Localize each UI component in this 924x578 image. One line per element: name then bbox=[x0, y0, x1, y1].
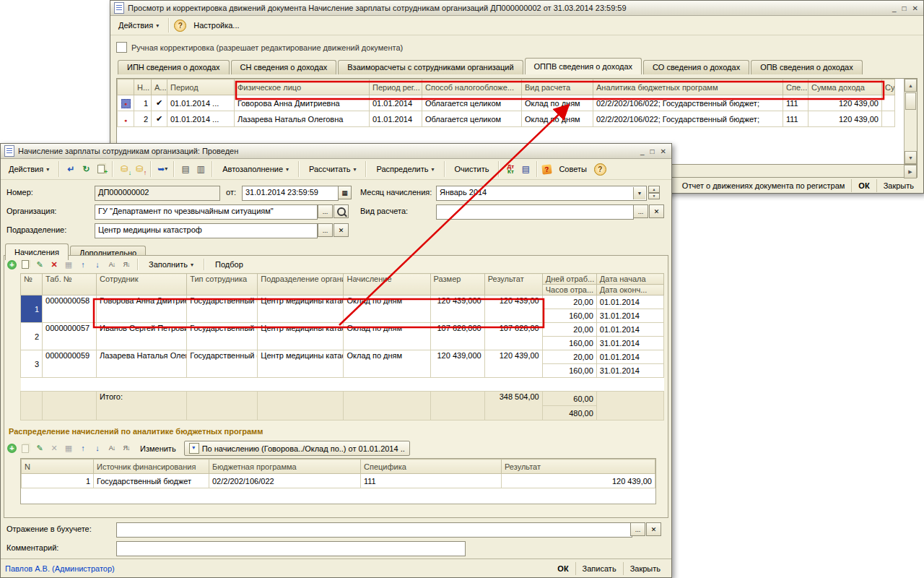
department-field[interactable]: Центр медицины катастроф bbox=[95, 223, 318, 238]
actions-menu[interactable]: Действия▾ bbox=[4, 163, 54, 176]
spin-down-icon[interactable]: ▼ bbox=[648, 193, 660, 200]
distribute-button[interactable]: Распределить▾ bbox=[371, 163, 439, 176]
tab-opv[interactable]: ОПВ сведения о доходах bbox=[751, 60, 863, 74]
save-button[interactable]: Записать bbox=[575, 562, 623, 575]
tab-mutual[interactable]: Взаиморасчеты с сотрудниками организаций bbox=[338, 60, 523, 74]
report-movements-button[interactable]: Отчет о движениях документа по регистрам bbox=[676, 179, 852, 192]
minimize-icon[interactable]: _ bbox=[640, 147, 645, 155]
movements-document-icon bbox=[114, 2, 124, 14]
help-icon[interactable]: ? bbox=[594, 163, 606, 176]
scroll-down-icon[interactable]: ▼ bbox=[905, 151, 917, 164]
spin-up-icon[interactable]: ▲ bbox=[648, 186, 660, 193]
add-row-icon[interactable]: + bbox=[7, 260, 17, 269]
table-row[interactable]: ● 2 ✔ 01.01.2014 ... Лазарева Наталья Ол… bbox=[118, 111, 895, 127]
close-icon[interactable]: ✕ bbox=[912, 4, 918, 12]
sort-asc-icon[interactable]: А↓ bbox=[106, 443, 118, 454]
tab-so[interactable]: СО сведения о доходах bbox=[643, 60, 749, 74]
select-icon[interactable]: ... bbox=[318, 204, 333, 218]
settings-button[interactable]: Настройка... bbox=[188, 19, 244, 32]
distribution-table: N Источник финансирования Бюджетная прог… bbox=[20, 458, 656, 504]
save-grid-icon: ▦ bbox=[63, 443, 74, 454]
comment-field[interactable] bbox=[116, 541, 466, 556]
edit-row-icon[interactable]: ✎ bbox=[34, 259, 45, 270]
help-icon[interactable]: ? bbox=[174, 20, 186, 32]
close-icon[interactable]: ✕ bbox=[661, 147, 666, 155]
movements-titlebar[interactable]: Просмотр и корректировка движений докуме… bbox=[110, 1, 923, 16]
change-button[interactable]: Изменить bbox=[135, 442, 181, 455]
date-field[interactable]: 31.01.2014 23:59:59 bbox=[242, 186, 339, 201]
maximize-icon[interactable]: □ bbox=[902, 4, 907, 12]
clear-button[interactable]: Очистить bbox=[450, 163, 494, 176]
list-settings-icon[interactable]: ▥ bbox=[194, 163, 207, 175]
calendar-icon[interactable]: ▦ bbox=[338, 186, 352, 199]
tab-ipn[interactable]: ИПН сведения о доходах bbox=[118, 60, 230, 74]
tips-button[interactable]: Советы bbox=[554, 163, 591, 176]
select-icon[interactable]: ... bbox=[318, 223, 333, 237]
dt-kt-icon[interactable]: ДтКт bbox=[504, 163, 517, 175]
close-button[interactable]: Закрыть bbox=[876, 179, 920, 192]
report-icon[interactable]: ▤ bbox=[519, 163, 532, 175]
month-spinner[interactable]: ▲ ▼ bbox=[648, 186, 660, 199]
delete-row-icon[interactable]: ✕ bbox=[48, 259, 60, 270]
search-icon[interactable] bbox=[334, 204, 349, 218]
add-row-icon[interactable]: + bbox=[7, 444, 17, 453]
table-row[interactable]: 2 0000000057 Иванов Сергей Петрович Госу… bbox=[21, 323, 664, 337]
actions-menu[interactable]: Действия▾ bbox=[113, 19, 164, 32]
autofill-button[interactable]: Автозаполнение▾ bbox=[217, 163, 294, 176]
current-user[interactable]: Павлов А.В. (Администратор) bbox=[5, 564, 551, 573]
filter-button[interactable]: По начислению (Говорова../Оклад по..) от… bbox=[184, 441, 410, 456]
sort-desc-icon[interactable]: Я↓ bbox=[121, 443, 132, 454]
copy-row-icon[interactable] bbox=[19, 259, 31, 270]
move-up-icon[interactable]: ↑ bbox=[77, 443, 89, 454]
edit-row-icon[interactable]: ✎ bbox=[34, 443, 45, 454]
month-field[interactable]: Январь 2014▼ bbox=[436, 186, 647, 201]
manual-correction-checkbox[interactable] bbox=[116, 42, 127, 53]
table-row[interactable]: ● 1 ✔ 01.01.2014 ... Говорова Анна Дмитр… bbox=[118, 95, 895, 111]
sort-desc-icon[interactable]: Я↓ bbox=[121, 259, 132, 270]
new-document-icon[interactable]: + bbox=[95, 163, 108, 175]
fill-menu-button[interactable]: Заполнить▾ bbox=[144, 258, 199, 271]
scroll-right-icon[interactable]: ▶ bbox=[904, 165, 917, 178]
unpost-payments-icon[interactable]: ⛁↑ bbox=[133, 163, 146, 175]
col-header: Сумма дохода bbox=[808, 79, 882, 95]
manual-correction-label: Ручная корректировка (разрешает редактир… bbox=[131, 43, 403, 52]
col-header: Сум... bbox=[882, 79, 895, 95]
post-payments-icon[interactable]: ⛁↓ bbox=[118, 163, 131, 175]
table-row[interactable]: 3 0000000059 Лазарева Наталья Олеговна Г… bbox=[21, 350, 664, 364]
ok-button[interactable]: ОК bbox=[551, 562, 575, 575]
number-field[interactable]: ДП000000002 bbox=[95, 186, 220, 201]
move-down-icon[interactable]: ↓ bbox=[92, 259, 103, 270]
post-document-icon[interactable]: ↵ bbox=[64, 163, 77, 175]
accounting-field[interactable] bbox=[116, 522, 632, 538]
select-icon[interactable]: ... bbox=[633, 204, 648, 218]
organization-field[interactable]: ГУ "Департамент по чрезвычайным ситуация… bbox=[95, 204, 318, 220]
scroll-up-icon[interactable]: ▲ bbox=[905, 79, 917, 92]
maximize-icon[interactable]: □ bbox=[650, 147, 655, 155]
move-down-icon[interactable]: ↓ bbox=[92, 443, 103, 454]
table-row[interactable]: 1 0000000058 Говорова Анна Дмитриевна Го… bbox=[21, 296, 664, 309]
tab-oppv[interactable]: ОППВ сведения о доходах bbox=[525, 58, 642, 74]
chevron-down-icon[interactable]: ▼ bbox=[633, 187, 645, 199]
clear-icon[interactable]: ✕ bbox=[334, 223, 349, 237]
sort-asc-icon[interactable]: А↓ bbox=[106, 259, 118, 270]
ok-button[interactable]: ОК bbox=[851, 179, 876, 192]
calculate-button[interactable]: Рассчитать▾ bbox=[304, 163, 361, 176]
vertical-scrollbar[interactable]: ▲ ▼ bbox=[904, 79, 917, 164]
department-label: Подразделение: bbox=[6, 223, 66, 237]
fill-document-icon[interactable]: ➥▾ bbox=[156, 163, 169, 175]
table-row[interactable]: 1 Государственный бюджет 02/2/202/106/02… bbox=[22, 474, 655, 488]
move-up-icon[interactable]: ↑ bbox=[77, 259, 89, 270]
clear-icon[interactable]: ✕ bbox=[646, 522, 661, 536]
minimize-icon[interactable]: _ bbox=[892, 4, 897, 12]
pick-button[interactable]: Подбор bbox=[210, 258, 248, 271]
refresh-icon[interactable]: ↻ bbox=[79, 163, 92, 175]
select-icon[interactable]: ... bbox=[630, 522, 645, 536]
salary-titlebar[interactable]: Начисление зарплаты сотрудникам организа… bbox=[1, 144, 671, 159]
clear-icon[interactable]: ✕ bbox=[649, 204, 664, 218]
scroll-thumb[interactable] bbox=[905, 92, 916, 110]
calc-kind-field[interactable] bbox=[436, 204, 634, 220]
close-button[interactable]: Закрыть bbox=[623, 562, 667, 575]
table-settings-icon[interactable]: ▤ bbox=[179, 163, 192, 175]
tab-accruals[interactable]: Начисления bbox=[5, 243, 69, 260]
tab-sn[interactable]: СН сведения о доходах bbox=[231, 60, 337, 74]
